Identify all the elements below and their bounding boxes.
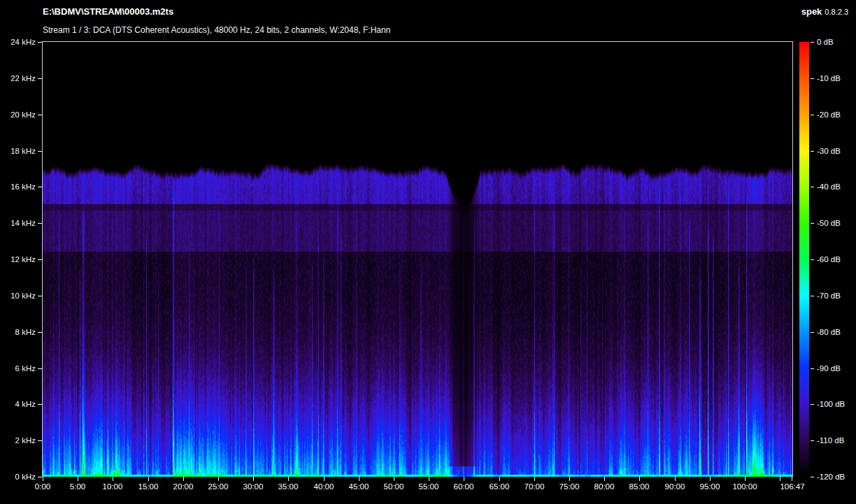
db-tick	[811, 404, 814, 405]
freq-tick-label: 20 kHz	[0, 110, 36, 120]
db-tick	[811, 151, 814, 152]
freq-tick	[38, 223, 42, 224]
spectrogram-canvas	[43, 42, 792, 477]
db-tick	[811, 332, 814, 333]
freq-tick-label: 22 kHz	[0, 74, 36, 83]
freq-tick	[38, 78, 42, 79]
time-tick	[604, 477, 605, 481]
db-tick	[811, 187, 814, 187]
freq-tick-label: 6 kHz	[0, 364, 36, 373]
app-version: 0.8.2.3	[825, 8, 848, 16]
app-brand: spek 0.8.2.3	[801, 6, 848, 17]
freq-tick	[38, 296, 42, 296]
db-tick-label: -100 dB	[817, 400, 845, 409]
time-tick	[43, 477, 43, 481]
db-tick	[811, 259, 814, 260]
freq-tick	[38, 368, 42, 369]
time-tick-label: 100:00	[724, 482, 766, 491]
freq-tick-label: 12 kHz	[0, 255, 36, 264]
freq-tick	[38, 115, 42, 115]
db-tick	[811, 296, 814, 296]
db-tick-label: -10 dB	[817, 74, 841, 83]
db-tick-label: -50 dB	[817, 219, 841, 228]
db-tick-label: -70 dB	[817, 291, 841, 301]
time-tick	[710, 477, 711, 481]
db-tick-label: 0 dB	[817, 38, 834, 47]
freq-tick-label: 4 kHz	[0, 400, 36, 409]
freq-tick-label: 0 kHz	[0, 473, 36, 482]
time-tick	[324, 477, 324, 481]
freq-tick-label: 2 kHz	[0, 436, 36, 445]
freq-tick-label: 16 kHz	[0, 182, 36, 192]
db-tick-label: -110 dB	[817, 436, 844, 445]
time-tick	[534, 477, 535, 481]
time-tick	[429, 477, 429, 481]
freq-tick-label: 14 kHz	[0, 219, 36, 228]
time-tick	[780, 477, 780, 481]
freq-tick	[38, 42, 42, 43]
time-tick	[288, 477, 289, 481]
time-tick	[745, 477, 746, 481]
time-tick	[253, 477, 254, 481]
colorbar	[799, 42, 809, 477]
time-tick	[394, 477, 394, 481]
db-tick	[811, 477, 814, 477]
freq-tick-label: 24 kHz	[0, 38, 36, 47]
time-tick	[569, 477, 570, 481]
db-tick-label: -20 dB	[817, 110, 841, 120]
db-tick	[811, 440, 814, 441]
freq-tick	[38, 440, 42, 441]
db-tick-label: -30 dB	[817, 147, 841, 156]
app-name: spek	[801, 6, 822, 17]
db-tick-label: -90 dB	[817, 364, 841, 373]
time-tick	[675, 477, 676, 481]
time-tick	[183, 477, 184, 481]
freq-tick	[38, 187, 42, 187]
time-tick-label: 106:47	[771, 482, 813, 491]
time-tick	[639, 477, 640, 481]
time-tick	[499, 477, 500, 481]
db-tick	[811, 115, 814, 115]
db-tick	[811, 42, 814, 43]
time-tick	[792, 477, 792, 481]
db-tick-label: -80 dB	[817, 328, 841, 337]
freq-tick	[38, 477, 42, 477]
freq-tick-label: 10 kHz	[0, 291, 36, 301]
freq-tick	[38, 259, 42, 260]
spek-window: E:\BDMV\STREAM\00003.m2ts spek 0.8.2.3 S…	[0, 0, 856, 504]
freq-tick-label: 8 kHz	[0, 328, 36, 337]
time-tick	[78, 477, 78, 481]
file-path-title: E:\BDMV\STREAM\00003.m2ts	[43, 6, 173, 17]
freq-tick	[38, 332, 42, 333]
db-tick-label: -60 dB	[817, 255, 841, 264]
freq-tick-label: 18 kHz	[0, 147, 36, 156]
db-tick	[811, 223, 814, 224]
time-tick	[464, 477, 464, 481]
freq-tick	[38, 151, 42, 152]
time-tick	[359, 477, 359, 481]
db-tick-label: -120 dB	[817, 473, 845, 482]
freq-tick	[38, 404, 42, 405]
stream-info: Stream 1 / 3: DCA (DTS Coherent Acoustic…	[43, 25, 390, 35]
db-tick	[811, 368, 814, 369]
db-tick-label: -40 dB	[817, 182, 841, 192]
time-tick	[148, 477, 149, 481]
time-tick	[113, 477, 113, 481]
time-tick	[218, 477, 219, 481]
db-tick	[811, 78, 814, 79]
